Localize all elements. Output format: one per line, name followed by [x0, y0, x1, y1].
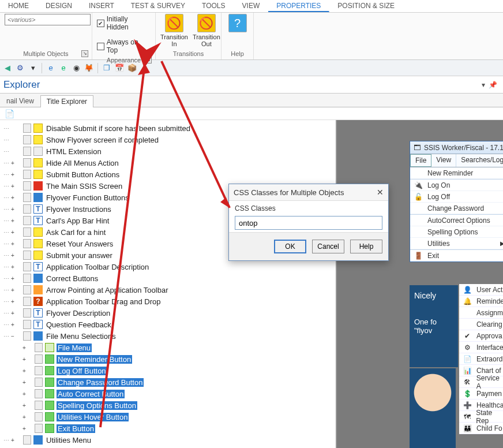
ssis-menu-searches-log[interactable]: Searches/Log [456, 154, 503, 167]
tree-row[interactable]: ⋯+Hide All Menus Action [0, 157, 336, 169]
expand-icon[interactable]: + [21, 345, 28, 351]
expand-icon[interactable]: + [9, 252, 16, 259]
tree-row[interactable]: ⋯+TApplication Toolbar Description [0, 261, 336, 272]
file-menu-item[interactable]: Utilities▶ [410, 238, 503, 249]
tree-row[interactable]: +Change Password Button [0, 376, 336, 388]
expand-icon[interactable]: + [9, 171, 16, 178]
tree-row[interactable]: ⋯+Utilities Menu [0, 434, 336, 446]
side-list-item[interactable]: 🛠Service A [459, 376, 503, 388]
explorer-pin-icon[interactable]: 📌 [489, 81, 497, 89]
file-menu-item[interactable]: Spelling Options [410, 226, 503, 238]
expand-icon[interactable]: + [9, 241, 16, 247]
cancel-button[interactable]: Cancel [312, 240, 344, 253]
expand-icon[interactable]: + [9, 437, 16, 443]
ok-button[interactable]: OK [274, 240, 306, 253]
expand-icon[interactable]: + [9, 229, 16, 236]
ribbon-tab-home[interactable]: HOME [0, 0, 37, 12]
file-menu-item[interactable]: 🔌Log On [410, 180, 503, 191]
tree-row[interactable]: +Log Off Button [0, 365, 336, 376]
object-tree[interactable]: ⋯Disable Submit if score has been submit… [0, 120, 336, 448]
expand-icon[interactable]: + [9, 264, 16, 270]
side-list-item[interactable]: 👪Child Fo [459, 423, 503, 434]
file-menu-item[interactable]: 🚪Exit [410, 250, 503, 262]
tree-row[interactable]: ⋯−File Menu Selections [0, 330, 336, 342]
expand-icon[interactable]: + [9, 275, 16, 282]
tree-row[interactable]: ⋯+Correct Buttons [0, 272, 336, 284]
side-list-item[interactable]: 💲Paymen [459, 388, 503, 400]
tree-row[interactable]: ⋯HTML Extension [0, 145, 336, 157]
expand-icon[interactable]: + [21, 356, 28, 363]
expand-icon[interactable]: − [9, 333, 16, 339]
group-launcher-icon[interactable]: ↘ [145, 57, 152, 64]
tree-row[interactable]: ⋯+TFlyover Description [0, 307, 336, 319]
expand-icon[interactable]: + [9, 195, 16, 201]
always-on-top-checkbox[interactable]: Always on Top [97, 38, 151, 54]
tree-row[interactable]: +Spelling Options Button [0, 400, 336, 411]
tree-row[interactable]: +File Menu [0, 342, 336, 353]
file-menu-item[interactable]: Change Password [410, 203, 503, 214]
chrome-icon[interactable]: ◉ [71, 63, 81, 73]
ssis-menu-view[interactable]: View [431, 154, 456, 167]
expand-icon[interactable]: + [21, 379, 28, 386]
expand-icon[interactable]: + [9, 160, 16, 166]
ribbon-tab-tools[interactable]: TOOLS [194, 0, 234, 12]
transition-out-button[interactable]: 🚫 Transition Out [193, 14, 220, 47]
expand-icon[interactable]: + [9, 287, 16, 293]
expand-icon[interactable]: + [9, 322, 16, 328]
ribbon-tab-properties[interactable]: PROPERTIES [268, 0, 329, 12]
explorer-menu-icon[interactable]: ▾ [482, 81, 485, 89]
help-button[interactable]: ? [226, 14, 249, 32]
ssis-menu-file[interactable]: File [410, 154, 431, 167]
tree-row[interactable]: ⋯+?Application Toolbar Drag and Drop [0, 296, 336, 307]
expand-icon[interactable]: + [21, 402, 28, 409]
group-launcher-icon[interactable]: ↘ [81, 50, 88, 57]
tree-row[interactable]: ⋯+TQuestion Feedback [0, 319, 336, 330]
file-menu-item[interactable]: 🔓Log Off [410, 191, 503, 203]
side-list-item[interactable]: Assignm [459, 307, 503, 319]
file-menu-item[interactable]: AutoCorrect Options [410, 215, 503, 226]
transition-in-button[interactable]: 🚫 Transition In [160, 14, 188, 47]
css-classes-input[interactable] [235, 216, 382, 230]
explorer-page-icon[interactable]: 📄 [5, 109, 14, 118]
ie-icon[interactable]: e [46, 63, 56, 73]
various-input[interactable] [5, 14, 91, 25]
close-icon[interactable]: ✕ [377, 188, 384, 197]
side-list-item[interactable]: ⚙Interface [459, 342, 503, 353]
dropdown-icon[interactable]: ▾ [28, 63, 38, 73]
expand-icon[interactable]: + [9, 218, 16, 224]
ribbon-tab-view[interactable]: VIEW [234, 0, 269, 12]
ribbon-tab-position-size[interactable]: POSITION & SIZE [329, 0, 403, 12]
side-list-item[interactable]: 🗺State Rep [459, 411, 503, 423]
tree-row[interactable]: ⋯Show Flyover screen if completed [0, 134, 336, 145]
gear-icon[interactable]: ⚙ [15, 63, 25, 73]
tree-row[interactable]: ⋯+Submit Button Actions [0, 169, 336, 180]
edge-icon[interactable]: e [58, 63, 69, 73]
initially-hidden-checkbox[interactable]: ✔ Initially Hidden [97, 15, 151, 31]
expand-icon[interactable]: + [21, 425, 28, 432]
ribbon-tab-design[interactable]: DESIGN [37, 0, 81, 12]
help-button[interactable]: Help [350, 240, 382, 253]
side-list-item[interactable]: Clearing [459, 319, 503, 330]
tree-row[interactable]: +Utilities Hover Button [0, 411, 336, 423]
tree-row[interactable]: +Auto Correct Button [0, 388, 336, 400]
side-list-item[interactable]: 👤User Act [459, 284, 503, 296]
side-list-item[interactable]: ✔Approva [459, 330, 503, 342]
tab-title-explorer[interactable]: Title Explorer [40, 95, 93, 107]
expand-icon[interactable]: + [9, 206, 16, 212]
expand-icon[interactable]: + [21, 368, 28, 374]
ribbon-tab-insert[interactable]: INSERT [81, 0, 123, 12]
expand-icon[interactable]: + [9, 183, 16, 189]
firefox-icon[interactable]: 🦊 [84, 63, 94, 73]
tree-row[interactable]: +New Reminder Button [0, 353, 336, 365]
tab-thumbnail-view[interactable]: nail View [0, 95, 40, 107]
side-list-item[interactable]: 📄Extraord [459, 353, 503, 365]
expand-icon[interactable]: + [21, 414, 28, 420]
expand-icon[interactable]: + [21, 391, 28, 397]
back-icon[interactable]: ◀ [2, 63, 13, 73]
tree-row[interactable]: ⋯Disable Submit if score has been submit… [0, 122, 336, 134]
file-menu-item[interactable]: New Reminder [410, 167, 503, 179]
tree-row[interactable]: +Exit Button [0, 423, 336, 434]
expand-icon[interactable]: + [9, 310, 16, 316]
expand-icon[interactable]: + [9, 298, 16, 305]
tree-row[interactable]: ⋯+Arrow Pointing at Application Toolbar [0, 284, 336, 296]
